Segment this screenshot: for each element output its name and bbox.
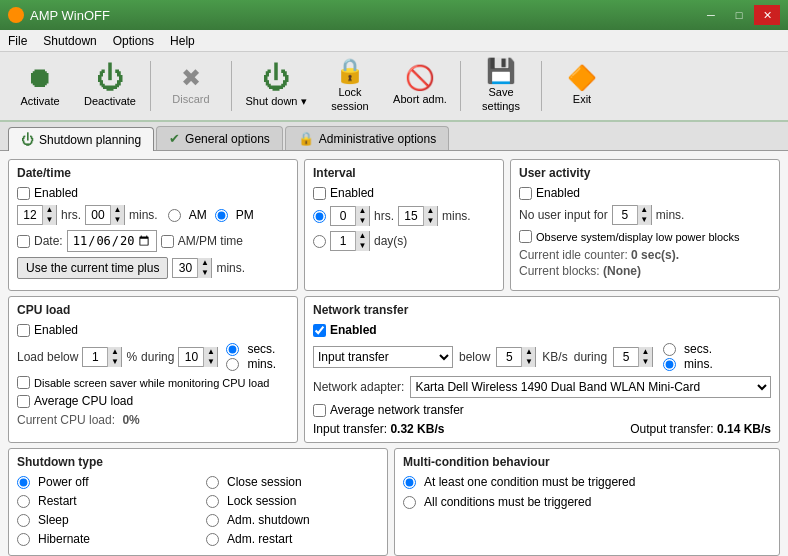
- interval-mins-spinner[interactable]: ▲ ▼: [398, 206, 438, 226]
- user-activity-enabled-checkbox[interactable]: [519, 187, 532, 200]
- interval-hrmins-radio[interactable]: [313, 210, 326, 223]
- lock-session-button[interactable]: 🔒 Lock session: [316, 57, 384, 115]
- avg-cpu-load-checkbox[interactable]: [17, 395, 30, 408]
- interval-days-input[interactable]: [331, 234, 355, 248]
- cpu-during-up[interactable]: ▲: [203, 347, 217, 357]
- adapter-select[interactable]: Karta Dell Wireless 1490 Dual Band WLAN …: [410, 376, 771, 398]
- am-radio[interactable]: [168, 209, 181, 222]
- network-title: Network transfer: [313, 303, 771, 317]
- shutdown-locksession-radio[interactable]: [206, 495, 219, 508]
- net-mins-radio[interactable]: [663, 358, 676, 371]
- close-button[interactable]: ✕: [754, 5, 780, 25]
- network-enabled-checkbox[interactable]: [313, 324, 326, 337]
- interval-days-down[interactable]: ▼: [355, 241, 369, 251]
- network-below-up[interactable]: ▲: [521, 347, 535, 357]
- datetime-date-input[interactable]: [67, 230, 157, 252]
- user-no-input-down[interactable]: ▼: [637, 215, 651, 225]
- discard-button[interactable]: ✖ Discard: [157, 57, 225, 115]
- interval-days-up[interactable]: ▲: [355, 231, 369, 241]
- interval-hrs-spinner[interactable]: ▲ ▼: [330, 206, 370, 226]
- interval-mins-input[interactable]: [399, 209, 423, 223]
- user-no-input-spinner[interactable]: ▲ ▼: [612, 205, 652, 225]
- datetime-hrs-spinner[interactable]: ▲ ▼: [17, 205, 57, 225]
- interval-mins-up[interactable]: ▲: [423, 206, 437, 216]
- disable-screensaver-checkbox[interactable]: [17, 376, 30, 389]
- minimize-button[interactable]: ─: [698, 5, 724, 25]
- datetime-hrs-input[interactable]: [18, 208, 42, 222]
- pm-radio[interactable]: [215, 209, 228, 222]
- network-below-down[interactable]: ▼: [521, 357, 535, 367]
- activate-button[interactable]: ⏺ Activate: [6, 57, 74, 115]
- tab-admin-options[interactable]: 🔒 Administrative options: [285, 126, 449, 150]
- avg-network-checkbox[interactable]: [313, 404, 326, 417]
- cpu-during-down[interactable]: ▼: [203, 357, 217, 367]
- deactivate-button[interactable]: ⏻ Deactivate: [76, 57, 144, 115]
- interval-hrs-up[interactable]: ▲: [355, 206, 369, 216]
- network-below-spinner[interactable]: ▲ ▼: [496, 347, 536, 367]
- interval-hrs-input[interactable]: [331, 209, 355, 223]
- observe-blocks-checkbox[interactable]: [519, 230, 532, 243]
- menu-file[interactable]: File: [0, 30, 35, 51]
- network-during-down[interactable]: ▼: [638, 357, 652, 367]
- ampm-checkbox[interactable]: [161, 235, 174, 248]
- shutdown-closesession-radio[interactable]: [206, 476, 219, 489]
- tab-admin-icon: 🔒: [298, 131, 314, 146]
- shutdown-admshutdown-radio[interactable]: [206, 514, 219, 527]
- cpu-enabled-checkbox[interactable]: [17, 324, 30, 337]
- interval-mins-down[interactable]: ▼: [423, 216, 437, 226]
- multi-cond-all-radio[interactable]: [403, 496, 416, 509]
- cpu-load-up[interactable]: ▲: [107, 347, 121, 357]
- network-type-select[interactable]: Input transfer Output transfer Both: [313, 346, 453, 368]
- network-during-input[interactable]: [614, 350, 638, 364]
- datetime-mins-input[interactable]: [86, 208, 110, 222]
- datetime-mins-spinner[interactable]: ▲ ▼: [85, 205, 125, 225]
- cpu-mins-radio[interactable]: [226, 358, 239, 371]
- menu-options[interactable]: Options: [105, 30, 162, 51]
- cpu-during-input[interactable]: [179, 350, 203, 364]
- abort-button[interactable]: 🚫 Abort adm.: [386, 57, 454, 115]
- net-secs-radio[interactable]: [663, 343, 676, 356]
- datetime-mins-down[interactable]: ▼: [110, 215, 124, 225]
- use-current-time-btn[interactable]: Use the current time plus: [17, 257, 168, 279]
- datetime-hrs-down[interactable]: ▼: [42, 215, 56, 225]
- datetime-hrs-up[interactable]: ▲: [42, 205, 56, 215]
- toolbar-separator-4: [541, 61, 542, 111]
- datetime-enabled-checkbox[interactable]: [17, 187, 30, 200]
- shutdown-poweroff-radio[interactable]: [17, 476, 30, 489]
- menu-help[interactable]: Help: [162, 30, 203, 51]
- datetime-plus-down[interactable]: ▼: [197, 268, 211, 278]
- cpu-title: CPU load: [17, 303, 289, 317]
- shutdown-sleep-radio[interactable]: [17, 514, 30, 527]
- save-settings-button[interactable]: 💾 Save settings: [467, 57, 535, 115]
- maximize-button[interactable]: □: [726, 5, 752, 25]
- tab-shutdown-planning[interactable]: ⏻ Shutdown planning: [8, 127, 154, 151]
- interval-hrs-down[interactable]: ▼: [355, 216, 369, 226]
- cpu-during-spinner[interactable]: ▲ ▼: [178, 347, 218, 367]
- datetime-mins-up[interactable]: ▲: [110, 205, 124, 215]
- tab-general-options[interactable]: ✔ General options: [156, 126, 283, 150]
- interval-days-radio[interactable]: [313, 235, 326, 248]
- shutdown-button[interactable]: ⏻ Shut down ▾: [238, 57, 314, 115]
- datetime-plus-spinner[interactable]: ▲ ▼: [172, 258, 212, 278]
- datetime-plus-input[interactable]: [173, 261, 197, 275]
- network-during-up[interactable]: ▲: [638, 347, 652, 357]
- shutdown-restart-radio[interactable]: [17, 495, 30, 508]
- cpu-load-down[interactable]: ▼: [107, 357, 121, 367]
- menu-shutdown[interactable]: Shutdown: [35, 30, 104, 51]
- network-during-spinner[interactable]: ▲ ▼: [613, 347, 653, 367]
- user-no-input-up[interactable]: ▲: [637, 205, 651, 215]
- exit-button[interactable]: 🔶 Exit: [548, 57, 616, 115]
- user-no-input-val[interactable]: [613, 208, 637, 222]
- shutdown-hibernate-radio[interactable]: [17, 533, 30, 546]
- network-below-input[interactable]: [497, 350, 521, 364]
- cpu-load-val-spinner[interactable]: ▲ ▼: [82, 347, 122, 367]
- datetime-date-checkbox[interactable]: [17, 235, 30, 248]
- cpu-load-val-input[interactable]: [83, 350, 107, 364]
- blocks-val: (None): [603, 264, 641, 278]
- interval-days-spinner[interactable]: ▲ ▼: [330, 231, 370, 251]
- shutdown-admrestart-radio[interactable]: [206, 533, 219, 546]
- datetime-plus-up[interactable]: ▲: [197, 258, 211, 268]
- cpu-secs-radio[interactable]: [226, 343, 239, 356]
- multi-cond-atleast-radio[interactable]: [403, 476, 416, 489]
- interval-enabled-checkbox[interactable]: [313, 187, 326, 200]
